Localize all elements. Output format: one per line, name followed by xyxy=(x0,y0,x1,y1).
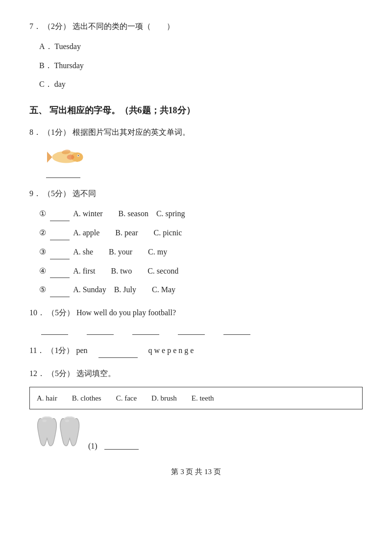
q10-blank-3[interactable] xyxy=(132,326,159,335)
q12-sub-blank[interactable] xyxy=(104,441,139,450)
svg-point-8 xyxy=(65,420,69,422)
q9-1-num: ① xyxy=(39,209,46,218)
footer-text: 第 3 页 共 13 页 xyxy=(171,468,220,476)
section-5-header: 五、 写出相应的字母。（共6题；共18分） xyxy=(29,102,363,118)
q9-item-2: ② A. apple B. pear C. picnic xyxy=(39,226,363,240)
q12-text: 12． （5分） 选词填空。 xyxy=(29,367,363,381)
q10-blank-4[interactable] xyxy=(178,326,205,335)
q7-a-value: Tuesday xyxy=(54,42,81,50)
question-11: 11． （1分） pen q w e p e n g e xyxy=(29,344,363,358)
q12-body: 选词填空。 xyxy=(76,369,116,378)
q7-b-value: Thursday xyxy=(54,61,83,70)
q9-text: 9． （5分） 选不同 xyxy=(29,187,363,201)
q9-5-num: ⑤ xyxy=(39,285,46,294)
q9-4-blank[interactable] xyxy=(50,269,70,278)
fish-icon xyxy=(44,145,88,167)
q12-sub-num: (1) xyxy=(88,442,98,451)
q10-blanks xyxy=(39,326,363,335)
q12-options-box: A. hair B. clothes C. face D. brush E. t… xyxy=(29,387,363,410)
q10-blank-1[interactable] xyxy=(41,326,68,335)
q9-2-blank[interactable] xyxy=(50,231,70,240)
q10-body: How well do you play football? xyxy=(76,308,176,317)
q9-2-options: A. apple B. pear C. picnic xyxy=(73,228,182,237)
q9-3-blank[interactable] xyxy=(50,251,70,259)
q8-body: 根据图片写出其对应的英文单词。 xyxy=(73,128,190,136)
q11-text: 11． （1分） pen q w e p e n g e xyxy=(29,344,363,358)
question-10: 10． （5分） How well do you play football? xyxy=(29,306,363,335)
q11-letters: q w e p e n g e xyxy=(148,346,194,354)
q10-blank-5[interactable] xyxy=(223,326,250,335)
q9-num: 9． xyxy=(29,189,41,198)
q7-text: 7． （2分） 选出不同的类的一项（ ） xyxy=(29,20,363,34)
svg-point-6 xyxy=(67,155,74,160)
q10-score: （5分） xyxy=(47,308,74,317)
q7-body: 选出不同的类的一项（ ） xyxy=(73,22,174,30)
q7-option-a: A． Tuesday xyxy=(39,40,363,54)
q9-item-1: ① A. winter B. season C. spring xyxy=(39,207,363,221)
q8-score: （1分） xyxy=(43,128,71,136)
q9-3-num: ③ xyxy=(39,248,46,256)
q11-word: pen xyxy=(76,346,87,354)
q9-1-blank[interactable] xyxy=(50,212,70,221)
q11-num: 11． xyxy=(29,346,45,354)
q10-text: 10． （5分） How well do you play football? xyxy=(29,306,363,320)
q9-4-num: ④ xyxy=(39,267,46,275)
q8-answer-blank[interactable] xyxy=(46,169,80,178)
svg-marker-1 xyxy=(47,152,52,163)
q9-score: （5分） xyxy=(43,189,71,198)
question-7: 7． （2分） 选出不同的类的一项（ ） A． Tuesday B． Thurs… xyxy=(29,20,363,92)
q11-blank[interactable] xyxy=(98,349,138,358)
q9-item-4: ④ A. first B. two C. second xyxy=(39,264,363,278)
q12-score: （5分） xyxy=(47,369,74,378)
q9-item-5: ⑤ A. Sunday B. July C. May xyxy=(39,283,363,297)
q12-num: 12． xyxy=(29,369,45,378)
q9-5-options: A. Sunday B. July C. May xyxy=(73,285,175,294)
q7-a-label: A． xyxy=(39,42,53,50)
q7-option-c: C． day xyxy=(39,77,363,92)
q9-item-3: ③ A. she B. your C. my xyxy=(39,245,363,259)
q7-score: （2分） xyxy=(43,22,71,30)
svg-point-4 xyxy=(78,155,79,156)
q7-b-label: B． xyxy=(39,61,52,70)
q7-c-label: C． xyxy=(39,80,52,88)
q9-5-blank[interactable] xyxy=(50,288,70,297)
svg-point-7 xyxy=(42,420,47,422)
q12-options-text: A. hair B. clothes C. face D. brush E. t… xyxy=(37,391,214,405)
question-8: 8． （1分） 根据图片写出其对应的英文单词。 xyxy=(29,126,363,178)
q10-num: 10． xyxy=(29,308,45,317)
q10-blank-2[interactable] xyxy=(87,326,114,335)
q8-text: 8． （1分） 根据图片写出其对应的英文单词。 xyxy=(29,126,363,140)
q9-3-options: A. she B. your C. my xyxy=(73,248,167,256)
q9-1-options: A. winter B. season C. spring xyxy=(73,209,185,218)
q9-4-options: A. first B. two C. second xyxy=(73,267,178,275)
tooth-icon xyxy=(34,414,83,454)
q7-option-b: B． Thursday xyxy=(39,59,363,73)
q11-score: （1分） xyxy=(47,346,74,354)
question-12: 12． （5分） 选词填空。 A. hair B. clothes C. fac… xyxy=(29,367,363,454)
q8-num: 8． xyxy=(29,128,41,136)
q12-tooth-area: (1) xyxy=(34,414,363,454)
q9-2-num: ② xyxy=(39,228,46,237)
q7-num: 7． xyxy=(29,22,41,30)
q9-body: 选不同 xyxy=(73,189,96,198)
q7-c-value: day xyxy=(54,80,66,88)
page-footer: 第 3 页 共 13 页 xyxy=(29,467,363,477)
question-9: 9． （5分） 选不同 ① A. winter B. season C. spr… xyxy=(29,187,363,297)
